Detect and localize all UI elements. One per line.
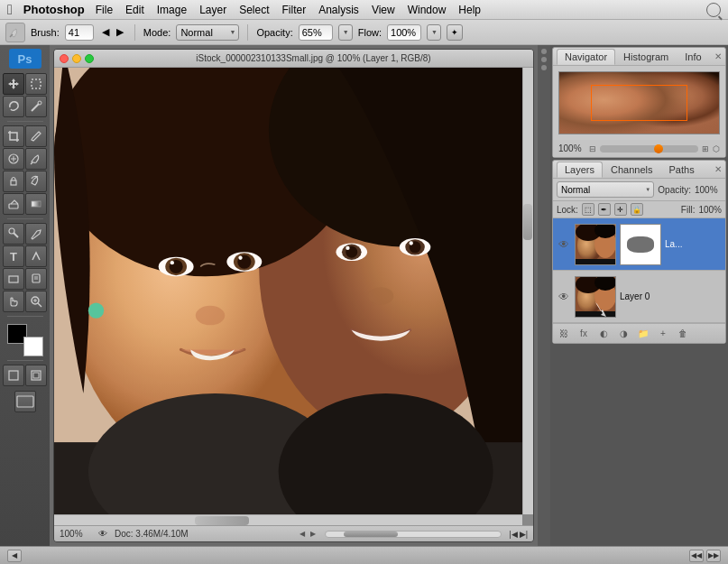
brush-size-up[interactable]: ▶ <box>114 26 126 39</box>
layer-new-icon[interactable]: + <box>656 328 670 340</box>
apple-menu[interactable]:  <box>7 2 13 18</box>
layer-group-icon[interactable]: 📁 <box>636 328 650 340</box>
horizontal-scrollbar[interactable] <box>54 514 522 525</box>
svg-rect-10 <box>32 201 41 207</box>
bottom-nav-left[interactable]: ◀ <box>7 550 22 562</box>
tool-move[interactable] <box>3 73 24 95</box>
app-name[interactable]: Photoshop <box>23 3 85 16</box>
tool-path-selection[interactable] <box>25 245 47 267</box>
tool-history-brush[interactable] <box>25 171 47 192</box>
layer-mask-icon[interactable]: ◐ <box>596 328 611 340</box>
tool-eraser[interactable] <box>3 193 24 215</box>
tab-info[interactable]: Info <box>677 49 709 65</box>
tool-magic-wand[interactable] <box>25 96 47 117</box>
layer-adjustment-icon[interactable]: ◑ <box>616 328 631 340</box>
spotlight-search[interactable] <box>706 3 721 17</box>
tab-channels[interactable]: Channels <box>603 162 660 178</box>
tool-zoom[interactable] <box>25 291 47 312</box>
layer-0-visibility[interactable]: 👁 <box>557 290 571 304</box>
lock-transparency[interactable]: ⬚ <box>582 203 594 216</box>
menu-edit[interactable]: Edit <box>125 4 144 16</box>
layers-blend-row: Normal Opacity: 100% <box>553 179 725 201</box>
blend-mode-dropdown[interactable]: Normal <box>176 24 239 41</box>
menu-analysis[interactable]: Analysis <box>318 4 359 16</box>
canvas-area: iStock_000002310133Small.jpg @ 100% (Lay… <box>50 45 538 546</box>
canvas-inner[interactable] <box>54 68 533 525</box>
blend-mode-select[interactable]: Normal <box>557 181 654 198</box>
status-nav-end[interactable]: ▶| <box>520 530 528 539</box>
layer-fx-icon[interactable]: fx <box>576 328 591 340</box>
tool-normal-mode[interactable] <box>3 365 24 386</box>
nav-left[interactable]: ◀ <box>298 530 307 539</box>
background-color[interactable] <box>23 337 43 356</box>
opacity-input[interactable]: 65% <box>299 24 333 41</box>
layers-close[interactable]: ✕ <box>714 164 722 174</box>
zoom-in-icon[interactable]: ⊞ <box>702 144 709 153</box>
tool-hand[interactable] <box>3 291 24 312</box>
tool-heal[interactable] <box>3 148 24 170</box>
zoom-slider[interactable] <box>600 145 698 153</box>
layer-link-icon[interactable]: ⛓ <box>557 328 571 340</box>
maximize-button[interactable] <box>85 54 94 63</box>
tool-pen[interactable] <box>25 223 47 245</box>
menu-help[interactable]: Help <box>458 4 481 16</box>
navigator-viewport-box <box>591 85 687 122</box>
opacity-dropdown[interactable] <box>338 24 353 41</box>
tool-notes[interactable] <box>25 268 47 290</box>
brush-size-input[interactable]: 41 <box>65 24 94 41</box>
navigator-tab-bar: Navigator Histogram Info ✕ <box>553 48 725 66</box>
main-layout: Ps <box>0 45 728 546</box>
minimize-button[interactable] <box>72 54 81 63</box>
tab-paths[interactable]: Paths <box>661 162 703 178</box>
lock-move[interactable]: ✛ <box>614 203 627 216</box>
tool-gradient[interactable] <box>25 193 47 215</box>
navigator-close[interactable]: ✕ <box>714 51 722 61</box>
status-scrollbar[interactable] <box>325 531 502 538</box>
tool-type[interactable]: T <box>3 245 24 267</box>
tool-crop[interactable] <box>3 125 24 147</box>
zoom-slider-thumb[interactable] <box>654 144 663 153</box>
tool-screen-mode[interactable] <box>14 391 36 412</box>
zoom-out-icon[interactable]: ⊟ <box>589 144 596 153</box>
flow-dropdown[interactable] <box>427 24 441 41</box>
layer-delete-icon[interactable]: 🗑 <box>676 328 690 340</box>
tool-quickmask-mode[interactable] <box>25 365 47 386</box>
menu-file[interactable]: File <box>96 4 113 16</box>
collapse-strip[interactable] <box>538 45 550 546</box>
tab-navigator[interactable]: Navigator <box>557 49 615 65</box>
tool-stamp[interactable] <box>3 171 24 192</box>
doc-title-bar: iStock_000002310133Small.jpg @ 100% (Lay… <box>54 50 533 68</box>
status-eye-icon[interactable]: 👁 <box>98 529 107 539</box>
tool-lasso[interactable] <box>3 96 24 117</box>
layer-0-entry[interactable]: 👁 <box>553 271 725 323</box>
tool-dodge[interactable] <box>3 223 24 245</box>
menu-image[interactable]: Image <box>157 4 187 16</box>
brush-size-down[interactable]: ◀ <box>99 26 112 39</box>
layer-1-entry[interactable]: 👁 <box>553 218 725 271</box>
status-nav-start[interactable]: |◀ <box>509 530 517 539</box>
lock-all[interactable]: 🔒 <box>631 203 643 216</box>
menu-select[interactable]: Select <box>239 4 269 16</box>
menu-window[interactable]: Window <box>408 4 447 16</box>
close-button[interactable] <box>60 54 69 63</box>
tool-icon[interactable] <box>5 23 25 42</box>
layers-panel: Layers Channels Paths ✕ Normal Opacity: … <box>552 160 726 344</box>
tab-histogram[interactable]: Histogram <box>615 49 677 65</box>
lock-paint[interactable]: ✒ <box>598 203 611 216</box>
tool-eyedropper[interactable] <box>25 125 47 147</box>
tool-rectangle[interactable] <box>3 268 24 290</box>
tool-brush[interactable] <box>25 148 47 170</box>
navigator-expand[interactable]: ⬡ <box>713 144 720 153</box>
nav-right[interactable]: ▶ <box>309 530 318 539</box>
menu-view[interactable]: View <box>372 4 395 16</box>
flow-input[interactable]: 100% <box>387 24 421 41</box>
menu-filter[interactable]: Filter <box>282 4 307 16</box>
layer-1-visibility[interactable]: 👁 <box>557 237 571 252</box>
airbrush-toggle[interactable]: ✦ <box>447 24 463 41</box>
menu-layer[interactable]: Layer <box>199 4 226 16</box>
tool-marquee[interactable] <box>25 73 47 95</box>
bottom-nav-prev[interactable]: ◀◀ <box>689 550 704 562</box>
tab-layers[interactable]: Layers <box>557 162 603 178</box>
bottom-nav-next[interactable]: ▶▶ <box>706 550 721 562</box>
vertical-scrollbar[interactable] <box>522 68 533 514</box>
